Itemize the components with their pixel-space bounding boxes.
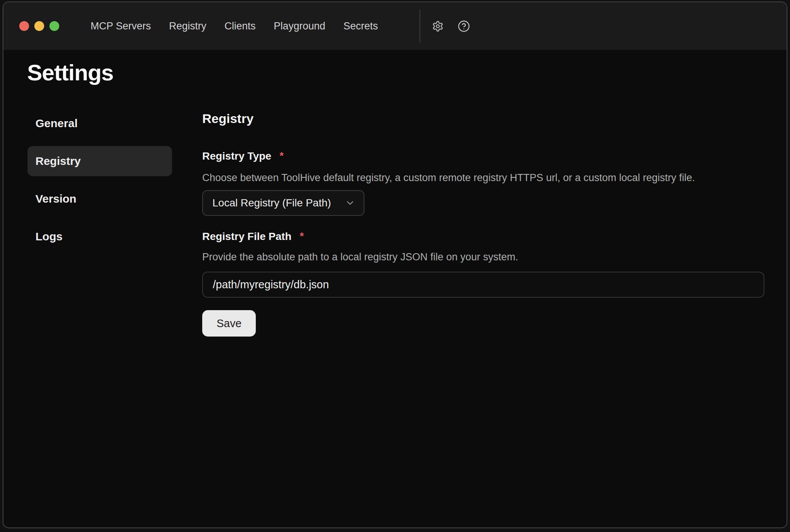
nav-item-secrets[interactable]: Secrets <box>343 20 378 32</box>
registry-type-selected-value: Local Registry (File Path) <box>212 197 331 209</box>
registry-file-path-description: Provide the absolute path to a local reg… <box>202 251 518 263</box>
settings-sidebar: General Registry Version Logs <box>28 108 172 259</box>
registry-file-path-input[interactable] <box>202 272 764 298</box>
help-icon <box>458 20 470 32</box>
titlebar-divider <box>420 10 420 42</box>
registry-file-path-label: Registry File Path * <box>202 230 304 243</box>
nav-item-registry[interactable]: Registry <box>169 20 206 32</box>
help-button[interactable] <box>455 18 472 34</box>
save-button[interactable]: Save <box>202 310 256 337</box>
registry-type-select[interactable]: Local Registry (File Path) <box>202 190 364 216</box>
sidebar-item-registry[interactable]: Registry <box>28 146 172 176</box>
registry-type-description: Choose between ToolHive default registry… <box>202 171 695 184</box>
gear-icon <box>432 20 444 32</box>
minimize-window-button[interactable] <box>34 21 44 31</box>
nav-item-clients[interactable]: Clients <box>224 20 256 32</box>
chevron-down-icon <box>345 198 355 208</box>
sidebar-item-logs[interactable]: Logs <box>28 221 172 252</box>
close-window-button[interactable] <box>19 21 29 31</box>
required-asterisk: * <box>300 230 304 243</box>
required-asterisk: * <box>280 149 284 162</box>
nav-item-playground[interactable]: Playground <box>274 20 326 32</box>
registry-settings-panel: Registry Registry Type * Choose between … <box>202 111 766 337</box>
top-navigation: MCP Servers Registry Clients Playground … <box>91 2 378 50</box>
sidebar-item-version[interactable]: Version <box>28 184 172 214</box>
registry-type-label-text: Registry Type <box>202 150 271 163</box>
titlebar: MCP Servers Registry Clients Playground … <box>3 2 787 50</box>
zoom-window-button[interactable] <box>49 21 59 31</box>
registry-type-label: Registry Type * <box>202 150 284 163</box>
app-window: MCP Servers Registry Clients Playground … <box>3 2 787 528</box>
registry-file-path-label-text: Registry File Path <box>202 230 292 243</box>
sidebar-item-general[interactable]: General <box>28 108 172 138</box>
page-title: Settings <box>27 60 114 86</box>
settings-gear-button[interactable] <box>429 18 446 34</box>
nav-item-mcp-servers[interactable]: MCP Servers <box>91 20 151 32</box>
section-heading: Registry <box>202 111 254 126</box>
window-controls <box>19 21 59 31</box>
